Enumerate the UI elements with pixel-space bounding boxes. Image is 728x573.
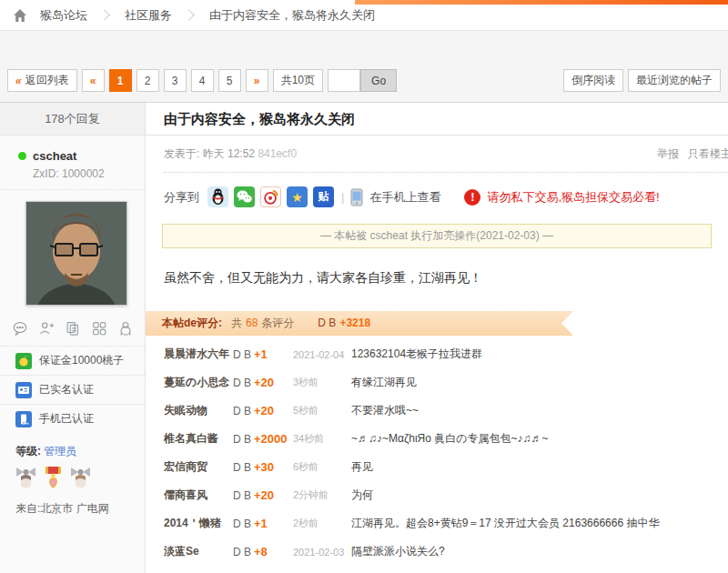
rating-time: 2分钟前 bbox=[293, 488, 351, 502]
chat-bubble-icon[interactable] bbox=[12, 320, 28, 337]
rating-comment: 123632104老猴子拉我进群 bbox=[351, 347, 728, 362]
page-jump-input[interactable] bbox=[328, 69, 360, 92]
deposit-peach-icon bbox=[15, 353, 32, 369]
tieba-icon[interactable]: 贴 bbox=[313, 186, 334, 207]
qq-icon[interactable] bbox=[207, 186, 228, 207]
author-block: cscheat ZxID: 1000002 bbox=[0, 136, 145, 190]
tieba-glyph: 贴 bbox=[318, 189, 329, 205]
currency-label: D B bbox=[233, 489, 251, 502]
rating-username[interactable]: 失眠动物 bbox=[164, 403, 233, 418]
score-value: +20 bbox=[254, 404, 274, 417]
level-value-link[interactable]: 管理员 bbox=[44, 445, 76, 457]
medal-icon[interactable] bbox=[14, 465, 38, 492]
rating-username[interactable]: 晨晨潜水六年 bbox=[164, 347, 233, 362]
rating-username[interactable]: 蔓延の小思念 bbox=[164, 375, 233, 390]
recent-posts-button[interactable]: 最近浏览的帖子 bbox=[628, 69, 721, 92]
go-button[interactable]: Go bbox=[360, 69, 397, 92]
rating-score: D B+2000 bbox=[233, 432, 293, 446]
rating-score: D B+1 bbox=[233, 517, 293, 530]
trade-warning[interactable]: ! 请勿私下交易,猴岛担保交易必看! bbox=[464, 189, 659, 206]
level-row: 等级: 管理员 bbox=[0, 433, 145, 461]
next-page-button[interactable]: » bbox=[246, 69, 268, 92]
rating-comment: 隔壁派派小说关么? bbox=[351, 544, 728, 559]
phone-badge-label: 手机已认证 bbox=[39, 411, 94, 427]
rating-comment: 有缘江湖再见 bbox=[351, 375, 728, 390]
rating-score: D B+1 bbox=[233, 347, 293, 361]
copy-doc-icon[interactable] bbox=[65, 320, 81, 337]
weibo-icon[interactable] bbox=[260, 186, 281, 207]
warning-icon: ! bbox=[464, 189, 480, 206]
score-value: +2000 bbox=[254, 432, 288, 446]
ratings-count-suffix: 条评分 bbox=[261, 317, 294, 329]
ratings-label: 本帖de评分: bbox=[162, 317, 222, 329]
page-button-4[interactable]: 4 bbox=[191, 69, 214, 92]
breadcrumb-section[interactable]: 社区服务 bbox=[121, 7, 176, 24]
warning-text: 请勿私下交易,猴岛担保交易必看! bbox=[487, 189, 659, 206]
qq-penguin-icon[interactable] bbox=[117, 320, 134, 337]
prev-page-button[interactable]: « bbox=[82, 69, 105, 92]
breadcrumb-forum[interactable]: 猴岛论坛 bbox=[36, 7, 91, 24]
wechat-icon[interactable] bbox=[234, 186, 255, 207]
rating-comment: 不要灌水哦~~ bbox=[351, 403, 728, 418]
rating-time: 34秒前 bbox=[293, 432, 351, 446]
rating-score: D B+8 bbox=[233, 545, 293, 558]
rating-username[interactable]: 淡蓝Se bbox=[164, 544, 233, 559]
currency-label: D B bbox=[233, 377, 251, 389]
rating-time: 2021-02-03 bbox=[293, 547, 351, 558]
reply-count: 178个回复 bbox=[0, 103, 145, 136]
rating-row: 蔓延の小思念 D B+20 3秒前 有缘江湖再见 bbox=[146, 368, 728, 397]
thread-title: 由于内容安全，猴岛将永久关闭 bbox=[146, 103, 728, 136]
back-label: 返回列表 bbox=[25, 73, 69, 88]
author-username[interactable]: cscheat bbox=[33, 149, 76, 163]
rating-comment: 为何 bbox=[351, 488, 728, 503]
ratings-count: 68 bbox=[246, 317, 258, 329]
online-status-dot bbox=[18, 152, 26, 160]
page-button-1[interactable]: 1 bbox=[109, 69, 132, 92]
page-button-2[interactable]: 2 bbox=[136, 69, 159, 92]
rating-row: 晨晨潜水六年 D B+1 2021-02-04 123632104老猴子拉我进群 bbox=[146, 340, 728, 368]
page-button-5[interactable]: 5 bbox=[218, 69, 241, 92]
rating-username[interactable]: 椎名真白酱 bbox=[164, 431, 233, 447]
currency-label: D B bbox=[233, 461, 251, 474]
rating-username[interactable]: 儒商喜风 bbox=[164, 488, 233, 503]
apps-grid-icon[interactable] bbox=[91, 320, 107, 337]
post-meta-row: 发表于: 昨天 12:52 841ecf0 举报只看楼主 bbox=[164, 136, 728, 173]
reverse-read-button[interactable]: 倒序阅读 bbox=[563, 69, 623, 92]
rating-username[interactable]: 宏信商贸 bbox=[164, 459, 233, 475]
rating-row: 淡蓝Se D B+8 2021-02-03 隔壁派派小说关么? bbox=[146, 538, 728, 566]
deposit-badge[interactable]: 保证金10000桃子 bbox=[0, 346, 145, 375]
author-action-icons bbox=[0, 315, 145, 346]
rating-row: 儒商喜风 D B+20 2分钟前 为何 bbox=[146, 481, 728, 509]
star-glyph: ★ bbox=[291, 190, 303, 205]
author-sidebar: 178个回复 cscheat ZxID: 1000002 bbox=[0, 103, 146, 573]
rating-time: 2021-02-04 bbox=[293, 349, 351, 360]
ratings-currency: D B bbox=[318, 317, 336, 329]
only-poster-link[interactable]: 只看楼主 bbox=[688, 147, 728, 160]
home-icon[interactable] bbox=[13, 8, 27, 23]
medal-icon[interactable] bbox=[41, 465, 66, 492]
chevron-right-icon bbox=[98, 9, 110, 21]
score-value: +1 bbox=[254, 347, 268, 361]
add-friend-icon[interactable] bbox=[38, 320, 55, 337]
currency-label: D B bbox=[233, 405, 251, 417]
medal-icon[interactable] bbox=[68, 465, 93, 492]
view-on-phone-link[interactable]: 在手机上查看 bbox=[369, 189, 440, 206]
currency-label: D B bbox=[233, 518, 251, 530]
ratings-header: 本帖de评分:共68条评分D B+3218 bbox=[146, 311, 573, 336]
phone-verified-badge[interactable]: 手机已认证 bbox=[0, 404, 145, 433]
share-row: 分享到 ★ 贴 | 在手机上查看 ! 请勿私下交易,猴岛担保交易必看! bbox=[146, 173, 728, 218]
rating-score: D B+20 bbox=[233, 376, 293, 389]
ratings-count-prefix: 共 bbox=[231, 317, 242, 329]
avatar[interactable] bbox=[25, 201, 127, 306]
rating-comment: 再见 bbox=[351, 459, 728, 475]
page-button-3[interactable]: 3 bbox=[164, 69, 187, 92]
mobile-phone-icon bbox=[350, 188, 363, 206]
breadcrumb: 猴岛论坛 社区服务 由于内容安全，猴岛将永久关闭 bbox=[0, 0, 728, 31]
report-link[interactable]: 举报 bbox=[657, 147, 679, 160]
favorite-star-icon[interactable]: ★ bbox=[287, 186, 308, 207]
rating-comment: ~♬♫♪~MαζhιЯo 眞白の专属包包~♪♫♬~ bbox=[351, 431, 728, 447]
realname-badge[interactable]: 已实名认证 bbox=[0, 375, 145, 404]
back-to-list-button[interactable]: «返回列表 bbox=[7, 69, 77, 92]
rating-username[interactable]: 2014＇懒猪 bbox=[164, 516, 233, 531]
ratings-list: 晨晨潜水六年 D B+1 2021-02-04 123632104老猴子拉我进群… bbox=[146, 340, 728, 573]
